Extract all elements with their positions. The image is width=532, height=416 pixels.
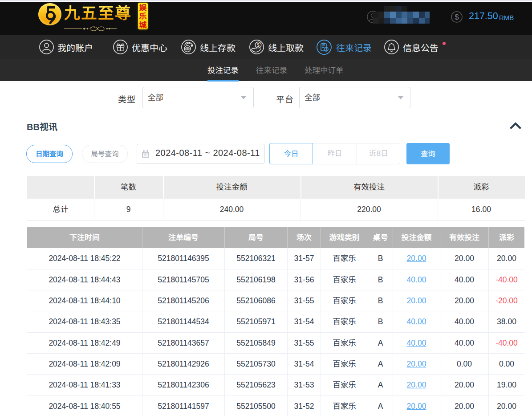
svg-text:$: $: [455, 13, 459, 21]
svg-text:W: W: [186, 48, 189, 50]
svg-text:$: $: [257, 42, 260, 48]
